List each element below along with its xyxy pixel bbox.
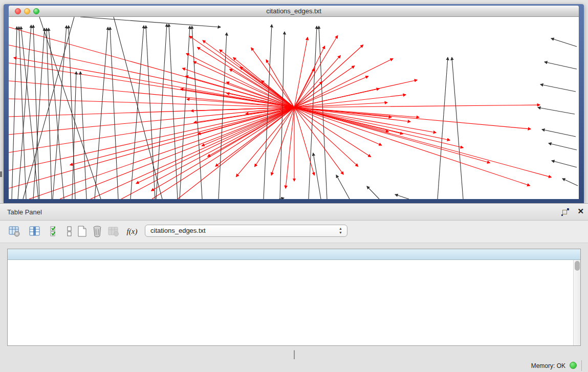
window-title: citations_edges.txt bbox=[9, 7, 579, 15]
network-edge[interactable] bbox=[294, 107, 551, 177]
network-table-dropdown[interactable]: citations_edges.txt ▲▼ bbox=[145, 225, 347, 237]
network-edge[interactable] bbox=[21, 27, 38, 199]
dropdown-stepper-icon: ▲▼ bbox=[339, 227, 342, 235]
network-edge[interactable] bbox=[219, 33, 227, 199]
network-edge[interactable] bbox=[542, 129, 576, 137]
network-edge[interactable] bbox=[552, 161, 577, 167]
network-edge[interactable] bbox=[538, 107, 575, 114]
delete-table-icon[interactable] bbox=[106, 224, 121, 238]
new-column-icon[interactable] bbox=[75, 224, 89, 238]
network-edge[interactable] bbox=[9, 107, 294, 170]
table-header-row bbox=[8, 249, 580, 260]
network-edge[interactable] bbox=[192, 26, 202, 199]
table-panel-header: Table Panel ✕ bbox=[0, 204, 588, 221]
network-edge[interactable] bbox=[33, 28, 45, 199]
network-edge[interactable] bbox=[202, 107, 294, 146]
network-edge[interactable] bbox=[294, 107, 531, 129]
window-titlebar[interactable]: citations_edges.txt bbox=[9, 6, 579, 17]
network-edge[interactable] bbox=[294, 66, 355, 107]
network-edge[interactable] bbox=[9, 81, 294, 107]
network-edge[interactable] bbox=[80, 17, 221, 27]
network-edge[interactable] bbox=[551, 38, 577, 47]
table-vertical-scrollbar[interactable] bbox=[573, 260, 580, 345]
dropdown-value: citations_edges.txt bbox=[150, 227, 206, 234]
network-edge[interactable] bbox=[80, 72, 86, 199]
network-edge[interactable] bbox=[12, 27, 17, 199]
network-edge[interactable] bbox=[69, 26, 75, 199]
application-window: citations_edges.txt Table Panel bbox=[0, 0, 588, 372]
network-edge[interactable] bbox=[395, 194, 409, 199]
table-body bbox=[8, 260, 573, 345]
network-edge[interactable] bbox=[367, 186, 379, 199]
network-edge[interactable] bbox=[186, 76, 294, 107]
network-edge[interactable] bbox=[189, 36, 294, 107]
network-edge[interactable] bbox=[9, 27, 294, 107]
table-panel-title: Table Panel bbox=[7, 208, 42, 216]
network-edge[interactable] bbox=[294, 55, 340, 107]
scrollbar-thumb[interactable] bbox=[575, 261, 580, 271]
network-canvas[interactable] bbox=[9, 17, 579, 199]
status-bar: Memory: OK bbox=[0, 359, 588, 372]
network-edge[interactable] bbox=[198, 107, 294, 134]
network-edge[interactable] bbox=[114, 17, 162, 199]
attribute-table bbox=[7, 249, 581, 346]
network-edge[interactable] bbox=[294, 80, 417, 107]
select-columns-icon[interactable] bbox=[48, 224, 62, 238]
table-toolbar: f(x) citations_edges.txt ▲▼ bbox=[0, 221, 588, 243]
network-edge[interactable] bbox=[197, 47, 294, 107]
network-edge[interactable] bbox=[540, 84, 576, 92]
table-mode-icon[interactable] bbox=[7, 224, 21, 238]
show-column-icon[interactable] bbox=[28, 224, 42, 238]
status-separator bbox=[581, 360, 582, 371]
network-edge[interactable] bbox=[545, 62, 577, 69]
network-edge[interactable] bbox=[313, 153, 321, 199]
network-edge[interactable] bbox=[152, 107, 294, 199]
network-edge[interactable] bbox=[294, 107, 371, 157]
network-edge[interactable] bbox=[294, 107, 436, 133]
hidden-panel-handle[interactable] bbox=[0, 171, 2, 177]
close-panel-icon[interactable]: ✕ bbox=[577, 207, 584, 216]
network-edge[interactable] bbox=[9, 63, 294, 107]
network-view-window[interactable]: citations_edges.txt bbox=[4, 4, 584, 203]
network-edge[interactable] bbox=[294, 107, 450, 140]
delete-column-icon[interactable] bbox=[90, 224, 104, 238]
network-edge[interactable] bbox=[294, 95, 406, 107]
network-edge[interactable] bbox=[294, 76, 368, 107]
memory-status-label: Memory: OK bbox=[531, 362, 565, 369]
network-edge[interactable] bbox=[549, 143, 577, 150]
network-edge[interactable] bbox=[438, 57, 448, 199]
network-edge[interactable] bbox=[29, 107, 294, 199]
memory-status-indicator[interactable] bbox=[570, 362, 577, 369]
function-builder-icon[interactable]: f(x) bbox=[125, 224, 139, 238]
network-edge[interactable] bbox=[178, 107, 294, 199]
network-edge[interactable] bbox=[294, 107, 530, 186]
network-edge[interactable] bbox=[336, 175, 350, 199]
network-edge[interactable] bbox=[452, 57, 463, 199]
float-panel-icon[interactable] bbox=[561, 208, 570, 216]
network-edge[interactable] bbox=[562, 179, 578, 186]
network-edge[interactable] bbox=[294, 107, 490, 163]
table-panel: Table Panel ✕ bbox=[0, 203, 588, 372]
